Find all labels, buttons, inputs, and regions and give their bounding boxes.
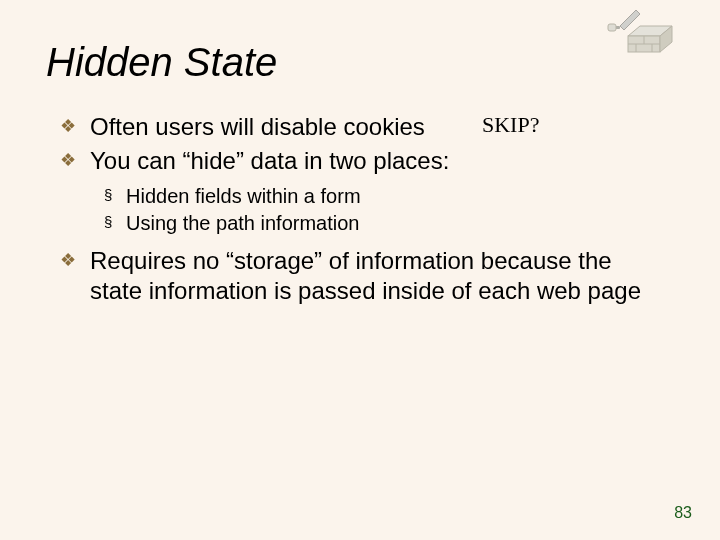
decoration-trowel-brick [606, 6, 680, 54]
bullet-text: Often users will disable cookies [90, 113, 425, 140]
slide-body: ❖ Often users will disable cookies ❖ You… [60, 112, 670, 310]
diamond-bullet-icon: ❖ [60, 249, 76, 272]
diamond-bullet-icon: ❖ [60, 115, 76, 138]
page-number: 83 [674, 504, 692, 522]
bullet-text: Requires no “storage” of information bec… [90, 247, 641, 304]
bullet-item: ❖ Often users will disable cookies [60, 112, 670, 142]
bullet-text: You can “hide” data in two places: [90, 147, 449, 174]
slide-title: Hidden State [46, 40, 277, 85]
sub-bullet-item: § Hidden fields within a form [60, 184, 670, 209]
svg-rect-9 [608, 24, 616, 31]
square-bullet-icon: § [104, 186, 112, 205]
sub-bullet-text: Hidden fields within a form [126, 185, 361, 207]
svg-marker-7 [620, 10, 640, 30]
diamond-bullet-icon: ❖ [60, 149, 76, 172]
sub-bullet-group: § Hidden fields within a form § Using th… [60, 184, 670, 236]
sub-bullet-text: Using the path information [126, 212, 359, 234]
sub-bullet-item: § Using the path information [60, 211, 670, 236]
bullet-item: ❖ You can “hide” data in two places: [60, 146, 670, 176]
slide: Hidden State SKIP? ❖ Often users will di… [0, 0, 720, 540]
bullet-item: ❖ Requires no “storage” of information b… [60, 246, 670, 306]
square-bullet-icon: § [104, 213, 112, 232]
